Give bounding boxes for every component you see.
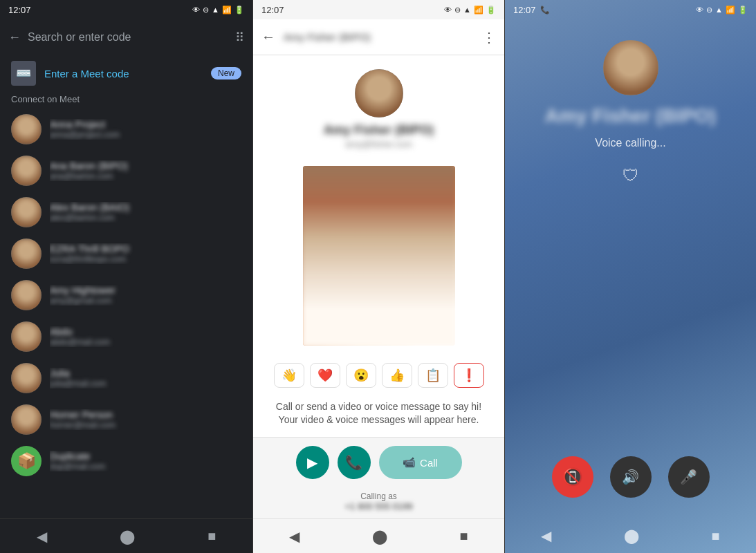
panel-chat: 12:07 👁 ⊖ ▲ 📶 🔋 ← Amy Fisher (BIPO) ⋮ Am…	[252, 0, 505, 553]
emoji-clip-btn[interactable]: 📋	[418, 363, 448, 388]
speaker-btn[interactable]: 🔊	[610, 456, 652, 498]
search-input[interactable]: Search or enter code	[28, 31, 228, 44]
contact-name: Amy Hightower	[50, 285, 241, 296]
meet-code-label: Enter a Meet code	[44, 68, 203, 79]
contact-info: Horner Person horner@mail.com	[50, 409, 241, 430]
back-arrow-icon[interactable]: ←	[8, 30, 21, 45]
shield-icon: 🛡	[623, 166, 639, 185]
send-message-btn[interactable]: ▶	[296, 446, 329, 479]
wifi-icon-2: ▲	[463, 6, 471, 14]
grid-icon[interactable]: ⠿	[235, 30, 244, 45]
contact-item[interactable]: Anna Project anna@project.com	[0, 109, 252, 150]
contact-email: horner@mail.com	[50, 420, 241, 430]
status-icons-2: 👁 ⊖ ▲ 📶 🔋	[444, 6, 496, 15]
chat-back-icon[interactable]: ←	[261, 29, 275, 45]
contact-name: Anna Project	[50, 119, 241, 130]
contacts-list: Anna Project anna@project.com Ana Baron …	[0, 109, 252, 518]
nav-home-btn-1[interactable]: ⬤	[120, 528, 135, 545]
call-contact-name: Amy Fisher (BIPO)	[545, 105, 716, 127]
nav-back-btn-2[interactable]: ◀	[289, 528, 299, 545]
chat-more-icon[interactable]: ⋮	[482, 29, 496, 46]
bottom-nav-2: ◀ ⬤ ■	[253, 518, 504, 553]
nav-home-btn-2[interactable]: ⬤	[372, 528, 387, 545]
status-icons-3: 👁 ⊖ ▲ 📶 🔋	[696, 6, 748, 15]
contact-info: Julia julia@mail.com	[50, 368, 241, 388]
panel-contacts: 12:07 👁 ⊖ ▲ 📶 🔋 ← Search or enter code ⠿…	[0, 0, 252, 553]
voice-call-btn[interactable]: 📞	[338, 446, 371, 479]
contact-email: anna@project.com	[50, 130, 241, 140]
send-icon: ▶	[307, 454, 317, 471]
contact-info: Duplicate dup@mail.com	[50, 451, 241, 471]
contact-item[interactable]: Julia julia@mail.com	[0, 357, 252, 399]
call-profile-area: Amy Fisher (BIPO) Voice calling... 🛡	[505, 19, 756, 442]
contact-name: Alex Baron (BAIO)	[50, 202, 241, 213]
avatar	[11, 238, 42, 269]
nav-home-btn-3[interactable]: ⬤	[624, 527, 639, 544]
meet-code-row[interactable]: ⌨️ Enter a Meet code New	[0, 55, 252, 91]
calling-as-area: Calling as +1 800 555 0199	[253, 487, 504, 518]
avatar	[11, 363, 42, 393]
wifi-icon-3: ▲	[715, 6, 723, 14]
avatar: 📦	[11, 446, 42, 476]
block-icon-3: ⊖	[706, 6, 712, 15]
contact-name: EZRA Thrill BOPO	[50, 243, 241, 254]
chat-avatar	[355, 69, 403, 118]
video-call-btn[interactable]: 📹 Call	[379, 446, 462, 479]
contact-email: amy@gmail.com	[50, 296, 241, 306]
chat-contact-name: Amy Fisher (BIPO)	[324, 123, 434, 138]
status-icons-1: 👁 ⊖ ▲ 📶 🔋	[192, 6, 244, 15]
eye-icon-3: 👁	[696, 6, 703, 14]
nav-square-btn-1[interactable]: ■	[208, 528, 216, 544]
block-icon-2: ⊖	[454, 6, 461, 15]
nav-square-btn-2[interactable]: ■	[460, 528, 468, 544]
contact-item[interactable]: Horner Person horner@mail.com	[0, 399, 252, 440]
nav-back-btn-1[interactable]: ◀	[37, 528, 47, 545]
emoji-wow-btn[interactable]: 😮	[346, 363, 376, 388]
avatar	[11, 114, 42, 144]
connect-section-label: Connect on Meet	[0, 91, 252, 109]
status-bar-1: 12:07 👁 ⊖ ▲ 📶 🔋	[0, 0, 252, 19]
contact-name: Ana Baron (BIPO)	[50, 160, 241, 171]
chat-contact-sub: amy@fisher.com	[345, 139, 412, 149]
contact-email: ana@barlon.com	[50, 171, 241, 181]
bottom-nav-3: ◀ ⬤ ■	[505, 518, 756, 553]
emoji-thumb-btn[interactable]: 👍	[382, 363, 412, 388]
contact-item[interactable]: 📦 Duplicate dup@mail.com	[0, 440, 252, 482]
contact-email: alex@barlon.com	[50, 213, 241, 223]
contact-item[interactable]: Amy Hightower amy@gmail.com	[0, 274, 252, 316]
avatar	[11, 197, 42, 227]
meet-code-icon: ⌨️	[11, 61, 36, 86]
contact-info: Ana Baron (BIPO) ana@barlon.com	[50, 160, 241, 181]
video-icon: 📹	[403, 456, 416, 469]
signal-icon-2: 📶	[474, 6, 483, 15]
nav-back-btn-3[interactable]: ◀	[541, 527, 551, 544]
time-2: 12:07	[261, 5, 284, 15]
nav-square-btn-3[interactable]: ■	[712, 528, 720, 544]
contact-email: ezra@thrillbopo.com	[50, 254, 241, 264]
signal-icon-1: 📶	[222, 6, 232, 15]
contact-email: abdo@mail.com	[50, 337, 241, 347]
chat-profile-area: Amy Fisher (BIPO) amy@fisher.com	[253, 55, 504, 156]
chat-actions: ▶ 📞 📹 Call	[253, 437, 504, 487]
call-message: Call or send a video or voice message to…	[253, 395, 504, 437]
contact-item[interactable]: Abdo abdo@mail.com	[0, 316, 252, 357]
chat-image-area	[253, 156, 504, 356]
emoji-bar: 👋 ❤️ 😮 👍 📋 ❗	[253, 356, 504, 395]
end-call-icon: 📵	[562, 467, 583, 487]
end-call-btn[interactable]: 📵	[552, 456, 593, 498]
calling-as-number: +1 800 555 0199	[264, 501, 493, 512]
mute-icon: 🎤	[680, 469, 697, 485]
mute-btn[interactable]: 🎤	[668, 456, 710, 498]
emoji-heart-btn[interactable]: ❤️	[310, 363, 340, 388]
search-bar: ← Search or enter code ⠿	[0, 19, 252, 55]
call-status: Voice calling...	[595, 137, 665, 149]
chat-header-name: Amy Fisher (BIPO)	[284, 31, 474, 43]
contact-item[interactable]: EZRA Thrill BOPO ezra@thrillbopo.com	[0, 233, 252, 274]
emoji-wave-btn[interactable]: 👋	[274, 363, 304, 388]
contact-item[interactable]: Ana Baron (BIPO) ana@barlon.com	[0, 150, 252, 191]
contact-item[interactable]: Alex Baron (BAIO) alex@barlon.com	[0, 191, 252, 233]
call-avatar	[603, 40, 658, 95]
eye-icon-1: 👁	[192, 6, 200, 14]
contact-email: dup@mail.com	[50, 462, 241, 471]
emoji-exclaim-btn[interactable]: ❗	[454, 363, 484, 388]
